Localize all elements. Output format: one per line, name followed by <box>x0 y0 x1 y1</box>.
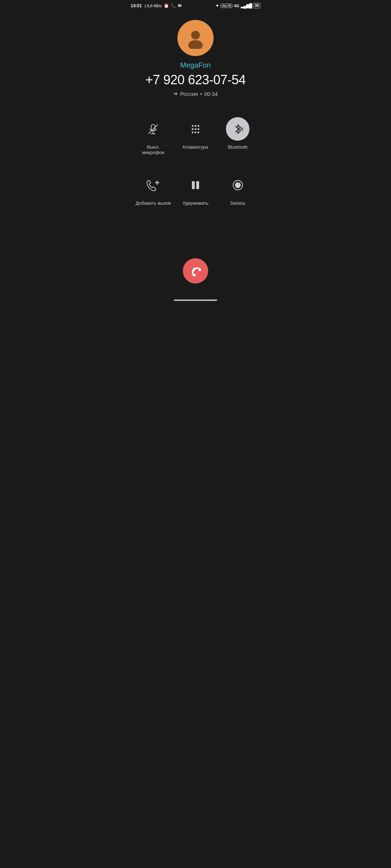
mute-icon-wrap <box>142 117 165 141</box>
record-icon-wrap <box>226 173 249 197</box>
controls-row-1: Выкл. микрофон Клавиатура <box>132 117 259 155</box>
avatar <box>177 20 214 56</box>
keypad-icon <box>189 122 202 136</box>
alarm-icon: ⏰ <box>164 3 169 8</box>
status-left: 14:01 | 0,0 КБ/с ⏰ 📞 ✉ <box>131 3 181 8</box>
battery-icon: 98 <box>253 3 260 8</box>
bluetooth-button[interactable]: Bluetooth <box>220 117 256 150</box>
add-call-label: Добавить вызов <box>136 200 171 206</box>
record-button[interactable]: Запись <box>220 173 256 206</box>
svg-point-8 <box>197 125 199 127</box>
status-right: ✦ VoLTE 4G ▂▄▆█ 98 <box>215 3 260 8</box>
svg-point-10 <box>194 128 196 130</box>
contact-section: MegaFon +7 920 623-07-54 ➔ Россия • 00:3… <box>125 10 266 103</box>
add-call-icon-wrap <box>142 173 165 197</box>
keypad-label: Клавиатура <box>183 144 208 150</box>
hold-icon <box>189 178 202 192</box>
hold-label: Удерживать <box>182 200 209 206</box>
network-info: | 0,0 КБ/с <box>145 4 162 8</box>
country: Россия <box>180 91 198 97</box>
svg-point-13 <box>194 131 196 133</box>
contact-name: MegaFon <box>180 61 211 69</box>
hold-button[interactable]: Удерживать <box>177 173 214 206</box>
svg-point-20 <box>235 182 241 188</box>
add-call-button[interactable]: Добавить вызов <box>135 173 171 206</box>
svg-rect-18 <box>196 181 199 189</box>
keypad-button[interactable]: Клавиатура <box>177 117 214 150</box>
svg-rect-17 <box>192 181 195 189</box>
controls-row-2: Добавить вызов Удерживать Запись <box>132 173 259 206</box>
signal-4g-icon: 4G <box>234 4 239 8</box>
call-duration: 00:34 <box>204 91 218 97</box>
gmail-icon: ✉ <box>178 3 181 8</box>
call-info: ➔ Россия • 00:34 <box>173 90 218 97</box>
end-call-button[interactable] <box>183 258 208 284</box>
bluetooth-label: Bluetooth <box>228 144 248 150</box>
hold-icon-wrap <box>184 173 207 197</box>
svg-point-6 <box>192 125 193 127</box>
volte-icon: VoLTE <box>220 4 232 8</box>
keypad-icon-wrap <box>184 117 207 141</box>
svg-point-0 <box>191 31 200 39</box>
arrow-icon: ➔ <box>173 90 178 97</box>
mute-mic-icon <box>146 122 160 136</box>
mute-label: Выкл. микрофон <box>135 144 171 155</box>
controls-grid: Выкл. микрофон Клавиатура <box>125 103 266 231</box>
signal-bars-icon: ▂▄▆█ <box>241 3 252 8</box>
svg-point-14 <box>197 131 199 133</box>
home-indicator <box>174 299 217 301</box>
svg-point-11 <box>197 128 199 130</box>
phone-number: +7 920 623-07-54 <box>145 72 245 88</box>
record-icon <box>231 178 245 192</box>
svg-point-12 <box>192 131 193 133</box>
phone-app-icon: 📞 <box>171 3 176 8</box>
svg-point-1 <box>188 40 203 49</box>
end-call-section <box>183 258 208 284</box>
svg-point-9 <box>192 128 193 130</box>
bluetooth-icon-wrap <box>226 117 249 141</box>
add-call-icon <box>146 178 161 192</box>
record-label: Запись <box>230 200 245 206</box>
end-call-icon <box>189 265 202 277</box>
bluetooth-icon <box>231 122 245 136</box>
separator: • <box>200 91 202 97</box>
mute-button[interactable]: Выкл. микрофон <box>135 117 171 155</box>
bluetooth-status-icon: ✦ <box>215 3 219 8</box>
time: 14:01 <box>131 3 142 8</box>
status-bar: 14:01 | 0,0 КБ/с ⏰ 📞 ✉ ✦ VoLTE 4G ▂▄▆█ 9… <box>125 0 266 10</box>
svg-point-7 <box>194 125 196 127</box>
